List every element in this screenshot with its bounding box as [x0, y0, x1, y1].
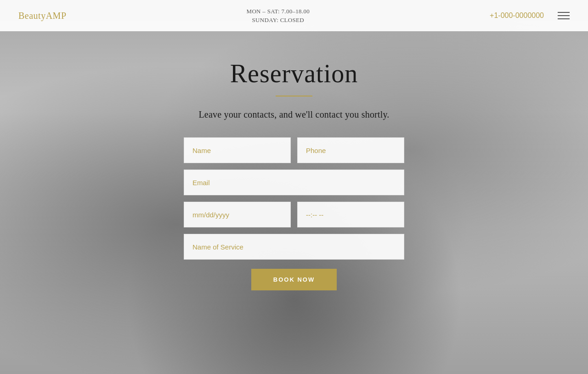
main-content: Reservation Leave your contacts, and we'…	[0, 31, 588, 290]
hamburger-line-1	[558, 12, 570, 13]
title-divider	[276, 96, 312, 96]
business-hours: MON – SAT: 7.00–18.00 SUNDAY: CLOSED	[247, 7, 310, 25]
service-input[interactable]	[184, 234, 404, 260]
page-title: Reservation	[230, 59, 358, 88]
email-row	[184, 170, 404, 195]
email-input[interactable]	[184, 170, 404, 195]
hours-weekend: SUNDAY: CLOSED	[252, 16, 304, 25]
hamburger-line-2	[558, 15, 570, 16]
book-now-button[interactable]: BOOK NOW	[251, 269, 337, 290]
name-phone-row	[184, 137, 404, 163]
page-subtitle: Leave your contacts, and we'll contact y…	[198, 109, 389, 120]
menu-toggle[interactable]	[558, 12, 570, 19]
navbar: BeautyAMP MON – SAT: 7.00–18.00 SUNDAY: …	[0, 0, 588, 31]
time-input[interactable]	[297, 202, 404, 227]
phone-number: +1-000-0000000	[490, 11, 544, 20]
date-input[interactable]	[184, 202, 291, 227]
name-input[interactable]	[184, 137, 291, 163]
hours-weekday: MON – SAT: 7.00–18.00	[247, 7, 310, 16]
navbar-right: +1-000-0000000	[490, 11, 570, 20]
service-row	[184, 234, 404, 260]
reservation-form: BOOK NOW	[184, 137, 404, 290]
phone-input[interactable]	[297, 137, 404, 163]
datetime-row	[184, 202, 404, 227]
hamburger-line-3	[558, 18, 570, 19]
site-logo: BeautyAMP	[18, 11, 67, 21]
